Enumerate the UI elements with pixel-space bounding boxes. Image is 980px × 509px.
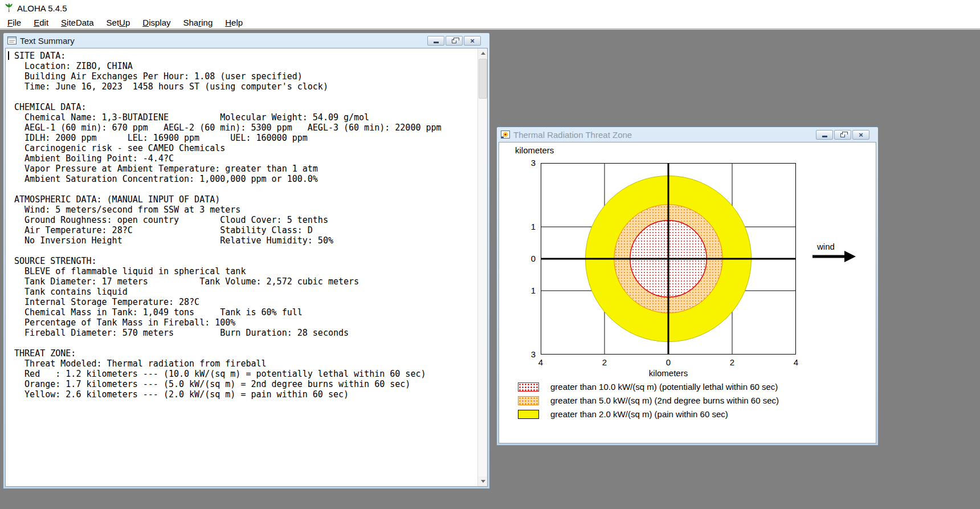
close-button[interactable]: × (464, 36, 481, 46)
text-line: Ground Roughness: open country Cloud Cov… (9, 215, 475, 225)
legend-label: greater than 2.0 kW/(sq m) (pain within … (550, 409, 728, 419)
vertical-scrollbar[interactable] (477, 48, 487, 486)
y-tick: 3 (521, 158, 536, 168)
scroll-down-icon (481, 480, 485, 483)
close-button[interactable]: × (852, 130, 869, 140)
text-line: Red : 1.2 kilometers --- (10.0 kW/(sq m)… (9, 369, 475, 379)
menu-item[interactable]: SetUp (100, 17, 137, 28)
caption-buttons: × (427, 36, 485, 46)
restore-icon (452, 39, 456, 43)
text-line: Wind: 5 meters/second from SSW at 3 mete… (9, 205, 475, 215)
text-line (9, 338, 475, 348)
text-line: Building Air Exchanges Per Hour: 1.08 (u… (9, 71, 475, 82)
text-line: Location: ZIBO, CHINA (9, 61, 475, 71)
menu-item[interactable]: Edit (27, 17, 55, 28)
text-summary-text: SITE DATA: Location: ZIBO, CHINA Buildin… (9, 51, 475, 400)
text-line: Fireball Diameter: 570 meters Burn Durat… (9, 328, 475, 338)
menu-item[interactable]: File (1, 17, 27, 28)
text-line: Vapor Pressure at Ambient Temperature: g… (9, 164, 475, 174)
x-tick: 4 (790, 357, 802, 367)
text-line: Air Temperature: 28?C Stability Class: D (9, 225, 475, 235)
caption-buttons: × (816, 130, 874, 140)
x-tick: 2 (599, 357, 610, 367)
threat-zone-content: kilometers 3 1 0 1 3 (499, 142, 876, 443)
text-line: Time: June 16, 2023 1458 hours ST (using… (9, 82, 475, 92)
y-tick: 1 (521, 286, 536, 295)
legend-label: greater than 10.0 kW/(sq m) (potentially… (550, 382, 778, 392)
text-line (9, 246, 475, 256)
y-tick: 3 (521, 349, 536, 359)
legend-swatch (518, 410, 539, 419)
text-line: Tank contains liquid (9, 287, 475, 297)
close-icon: × (859, 131, 863, 139)
text-line: Chemical Mass in Tank: 1,049 tons Tank i… (9, 307, 475, 317)
legend-label: greater than 5.0 kW/(sq m) (2nd degree b… (550, 396, 779, 405)
x-tick: 4 (535, 357, 546, 367)
text-summary-content: SITE DATA: Location: ZIBO, CHINA Buildin… (5, 48, 488, 487)
minimize-icon (434, 42, 439, 43)
text-line: No Inversion Height Relative Humidity: 5… (9, 235, 475, 246)
text-line: AEGL-1 (60 min): 670 ppm AEGL-2 (60 min)… (9, 123, 475, 133)
text-line: Orange: 1.7 kilometers --- (5.0 kW/(sq m… (9, 379, 475, 389)
y-axis-label: kilometers (515, 145, 554, 155)
threat-zone-window: Thermal Radiation Threat Zone × kilomete… (496, 127, 879, 446)
app-titlebar: ALOHA 5.4.5 (0, 0, 980, 16)
legend-row: greater than 10.0 kW/(sq m) (potentially… (518, 382, 779, 392)
minimize-icon (822, 136, 827, 137)
text-line (9, 184, 475, 194)
legend-swatch (518, 382, 539, 392)
menu-item[interactable]: Display (136, 17, 177, 28)
text-summary-window: Text Summary × SITE DATA: Location: ZIBO… (3, 32, 490, 489)
text-line: THREAT ZONE: (9, 348, 475, 359)
text-line: Percentage of Tank Mass in Fireball: 100… (9, 317, 475, 328)
legend-row: greater than 5.0 kW/(sq m) (2nd degree b… (518, 396, 779, 405)
menu-item[interactable]: Help (219, 17, 249, 28)
scrollbar-thumb[interactable] (479, 59, 487, 99)
restore-icon (840, 133, 845, 137)
text-line: Tank Diameter: 17 meters Tank Volume: 2,… (9, 276, 475, 287)
minimize-button[interactable] (816, 130, 833, 140)
menu-item[interactable]: SiteData (55, 17, 100, 28)
text-line: BLEVE of flammable liquid in spherical t… (9, 266, 475, 276)
legend-row: greater than 2.0 kW/(sq m) (pain within … (518, 409, 779, 419)
text-line: Yellow: 2.6 kilometers --- (2.0 kW/(sq m… (9, 389, 475, 400)
x-axis-label: kilometers (646, 368, 691, 378)
text-line: Chemical Name: 1,3-BUTADIENE Molecular W… (9, 112, 475, 123)
restore-button[interactable] (834, 130, 851, 140)
text-summary-titlebar[interactable]: Text Summary × (5, 33, 488, 48)
wind-arrow-icon (811, 249, 857, 264)
text-line: Carcinogenic risk - see CAMEO Chemicals (9, 143, 475, 153)
menubar: File Edit SiteData SetUp Display Sharing… (0, 16, 980, 29)
text-line: Ambient Boiling Point: -4.4?C (9, 153, 475, 164)
minimize-button[interactable] (427, 36, 444, 46)
threat-zone-titlebar[interactable]: Thermal Radiation Threat Zone × (499, 127, 876, 142)
threat-legend: greater than 10.0 kW/(sq m) (potentially… (518, 382, 779, 423)
restore-button[interactable] (446, 36, 463, 46)
text-line: Internal Storage Temperature: 28?C (9, 297, 475, 307)
menu-item[interactable]: Sharing (177, 17, 219, 28)
window-title: Text Summary (20, 36, 75, 46)
aloha-app-icon (4, 3, 14, 13)
legend-swatch (518, 396, 539, 405)
window-title: Thermal Radiation Threat Zone (513, 130, 632, 140)
threat-zone-plot (541, 163, 796, 355)
text-line: IDLH: 2000 ppm LEL: 16900 ppm UEL: 16000… (9, 133, 475, 143)
app-title: ALOHA 5.4.5 (17, 3, 67, 13)
text-line: ATMOSPHERIC DATA: (MANUAL INPUT OF DATA) (9, 194, 475, 205)
close-icon: × (470, 37, 475, 44)
text-line (9, 92, 475, 102)
threat-zone-chart (541, 163, 796, 355)
scroll-up-button[interactable] (478, 48, 488, 58)
scroll-up-icon (481, 52, 485, 55)
x-tick: 0 (663, 357, 674, 367)
text-window-icon (7, 36, 17, 44)
text-line: Threat Modeled: Thermal radiation from f… (9, 359, 475, 369)
text-line: Ambient Saturation Concentration: 1,000,… (9, 174, 475, 184)
y-tick: 0 (521, 254, 536, 263)
y-tick: 1 (521, 222, 536, 231)
text-line: CHEMICAL DATA: (9, 102, 475, 112)
x-tick: 2 (726, 357, 738, 367)
scroll-down-button[interactable] (478, 477, 488, 486)
text-line: SOURCE STRENGTH: (9, 256, 475, 266)
threat-plot-icon (501, 131, 510, 139)
